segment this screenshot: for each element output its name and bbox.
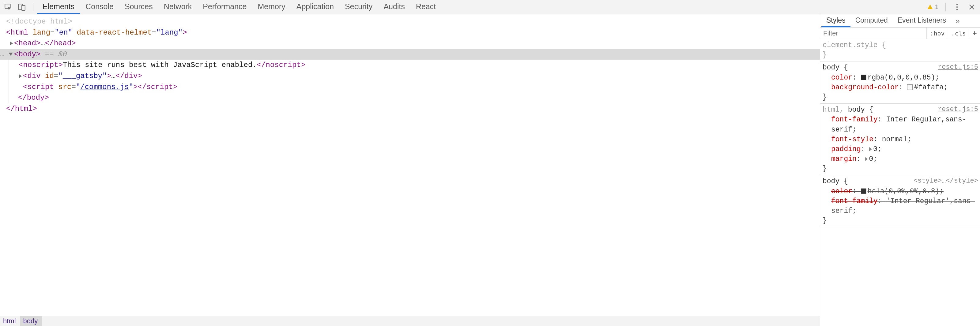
dom-node[interactable]: <head>…</head> [3,38,820,49]
expand-shorthand-icon[interactable] [869,147,872,151]
cls-toggle[interactable]: .cls [948,27,969,39]
rule-source-link[interactable]: <style>…</style> [913,176,978,186]
tab-application[interactable]: Application [291,0,339,14]
style-declaration[interactable]: font-family: 'Inter Regular',sans-serif; [822,196,978,216]
breadcrumb: htmlbody [0,316,820,326]
tab-elements[interactable]: Elements [37,0,80,14]
close-icon[interactable] [965,1,978,13]
style-declaration[interactable]: font-family: Inter Regular,sans-serif; [822,115,978,134]
dom-node-selected[interactable]: <body> == $0 [0,49,820,60]
style-declaration[interactable]: color: hsla(0,0%,0%,0.8); [822,187,978,196]
svg-rect-2 [22,5,25,10]
styles-filter-input[interactable] [820,27,926,39]
new-style-rule-button[interactable]: + [969,27,980,39]
svg-point-5 [956,4,958,5]
style-rule[interactable]: reset.js:5body {color: rgba(0,0,0,0.85);… [820,62,980,104]
tab-react[interactable]: React [410,0,441,14]
elements-panel: <!doctype html><html lang="en" data-reac… [0,14,820,326]
styles-panel: StylesComputedEvent Listeners» :hov .cls… [820,14,980,326]
style-rule[interactable]: <style>…</style>body {color: hsla(0,0%,0… [820,175,980,227]
styles-tab-computed[interactable]: Computed [850,14,893,27]
devtools-toolbar: ElementsConsoleSourcesNetworkPerformance… [0,0,980,14]
warning-icon [927,4,933,10]
styles-tab-styles[interactable]: Styles [821,14,850,27]
styles-rules[interactable]: element.style {}reset.js:5body {color: r… [820,39,980,326]
rule-source-link[interactable]: reset.js:5 [938,105,978,114]
styles-tab-event-listeners[interactable]: Event Listeners [893,14,951,27]
tab-network[interactable]: Network [158,0,197,14]
tab-audits[interactable]: Audits [378,0,410,14]
inspect-icon[interactable] [2,1,15,13]
breadcrumb-item[interactable]: html [0,316,20,326]
main-tabs: ElementsConsoleSourcesNetworkPerformance… [37,0,924,14]
dom-node[interactable]: <noscript>This site runs best with JavaS… [9,60,820,71]
dom-node[interactable]: <div id="___gatsby">…</div> [9,71,820,82]
svg-point-7 [956,9,958,10]
tab-memory[interactable]: Memory [252,0,291,14]
dom-node[interactable]: </html> [3,103,820,114]
svg-rect-4 [930,8,931,9]
styles-tabs: StylesComputedEvent Listeners» [820,14,980,27]
dom-node[interactable]: <script src="/commons.js"></script> [9,82,820,93]
breadcrumb-item[interactable]: body [20,316,42,326]
expand-shorthand-icon[interactable] [865,157,868,161]
warning-count-text: 1 [935,3,939,11]
dom-tree[interactable]: <!doctype html><html lang="en" data-reac… [0,14,820,316]
style-declaration[interactable]: font-style: normal; [822,135,978,144]
color-swatch[interactable] [861,188,866,194]
tab-sources[interactable]: Sources [119,0,158,14]
warning-counter[interactable]: 1 [925,3,940,11]
style-declaration[interactable]: color: rgba(0,0,0,0.85); [822,73,978,82]
color-swatch[interactable] [907,84,913,90]
toggle-device-icon[interactable] [15,1,28,13]
tab-security[interactable]: Security [339,0,378,14]
styles-tabs-more-icon[interactable]: » [953,16,961,26]
style-declaration[interactable]: background-color: #fafafa; [822,82,978,92]
toolbar-separator [33,3,33,11]
style-declaration[interactable]: padding: 0; [822,144,978,154]
dom-node[interactable]: <!doctype html> [3,16,820,27]
more-menu-icon[interactable] [951,1,964,13]
color-swatch[interactable] [861,74,866,80]
rule-source-link[interactable]: reset.js:5 [938,63,978,72]
dom-node[interactable]: <html lang="en" data-react-helmet="lang"… [3,27,820,38]
style-rule[interactable]: element.style {} [820,39,980,62]
styles-filterbar: :hov .cls + [820,27,980,39]
tab-performance[interactable]: Performance [197,0,252,14]
svg-rect-3 [930,6,931,8]
main-split: <!doctype html><html lang="en" data-reac… [0,14,980,326]
hov-toggle[interactable]: :hov [926,27,948,39]
style-declaration[interactable]: margin: 0; [822,154,978,164]
toolbar-separator [945,3,946,11]
dom-node[interactable]: </body> [9,92,820,103]
style-rule[interactable]: reset.js:5html, body {font-family: Inter… [820,104,980,175]
svg-point-6 [956,6,958,8]
tab-console[interactable]: Console [80,0,119,14]
